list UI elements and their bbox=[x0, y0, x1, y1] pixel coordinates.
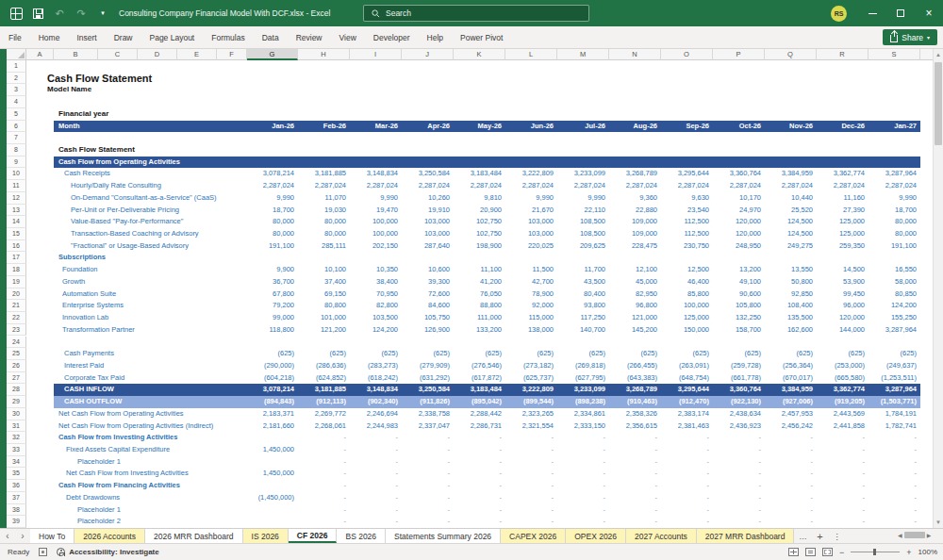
zoom-slider[interactable] bbox=[851, 552, 900, 552]
cell-O14[interactable]: 112,500 bbox=[661, 216, 713, 228]
save-icon[interactable] bbox=[31, 7, 44, 20]
cell-M35[interactable]: - bbox=[557, 468, 609, 480]
column-header-P[interactable]: P bbox=[713, 49, 765, 60]
cell-H13[interactable]: 19,030 bbox=[298, 205, 350, 217]
hscroll-left-icon[interactable]: ◀ bbox=[898, 532, 902, 538]
cell-M20[interactable]: 80,400 bbox=[557, 288, 609, 301]
cell-Q25[interactable]: (625) bbox=[765, 348, 817, 360]
cell-N13[interactable]: 22,880 bbox=[609, 205, 661, 217]
cell-K28[interactable]: 3,183,484 bbox=[454, 384, 505, 396]
cell-S39[interactable]: - bbox=[869, 516, 920, 528]
cell-Q28[interactable]: 3,384,959 bbox=[765, 384, 817, 396]
cell-O31[interactable]: 2,381,463 bbox=[661, 420, 713, 433]
cell-G18[interactable]: 9,900 bbox=[247, 264, 298, 276]
cell-K20[interactable]: 76,050 bbox=[454, 288, 505, 301]
cell-H22[interactable]: 101,000 bbox=[298, 312, 350, 324]
cell-K22[interactable]: 111,000 bbox=[454, 312, 505, 324]
cell-K35[interactable]: - bbox=[454, 468, 505, 480]
close-button[interactable]: × bbox=[915, 0, 943, 26]
cell-Q21[interactable]: 108,400 bbox=[765, 300, 817, 312]
ribbon-tab-formulas[interactable]: Formulas bbox=[203, 26, 253, 49]
cell-I16[interactable]: 202,150 bbox=[350, 240, 402, 253]
cell-I37[interactable]: - bbox=[350, 492, 402, 504]
cell-Q37[interactable]: - bbox=[765, 492, 817, 504]
cell-J31[interactable]: 2,337,047 bbox=[402, 420, 454, 433]
minimize-button[interactable] bbox=[858, 0, 886, 26]
hscroll-right-icon[interactable]: ▶ bbox=[927, 532, 932, 538]
cell-N14[interactable]: 109,000 bbox=[609, 216, 661, 228]
row-header-4[interactable]: 4 bbox=[7, 96, 26, 108]
cell-H31[interactable]: 2,268,061 bbox=[298, 420, 350, 433]
cell-R19[interactable]: 53,900 bbox=[817, 276, 869, 288]
cell-S21[interactable]: 124,200 bbox=[869, 300, 920, 312]
cell-O23[interactable]: 150,000 bbox=[661, 324, 713, 337]
cell-S27[interactable]: (1,253,511) bbox=[869, 372, 920, 385]
cell-O33[interactable]: - bbox=[661, 444, 713, 456]
cell-R33[interactable]: - bbox=[817, 444, 869, 456]
row-label[interactable]: On-Demand "Consultant-as-a-Service" (Caa… bbox=[71, 192, 217, 205]
cell-G33[interactable]: 1,450,000 bbox=[247, 444, 298, 456]
cell-P13[interactable]: 24,970 bbox=[713, 205, 765, 217]
sheet-tab-2027-accounts[interactable]: 2027 Accounts bbox=[626, 529, 697, 543]
cell-L30[interactable]: 2,323,265 bbox=[505, 408, 557, 420]
cell-S33[interactable]: - bbox=[869, 444, 920, 456]
cell-L36[interactable]: - bbox=[505, 480, 557, 492]
cell-P15[interactable]: 120,000 bbox=[713, 228, 765, 240]
cell-J6[interactable]: Apr-26 bbox=[402, 121, 454, 133]
cell-Q23[interactable]: 162,600 bbox=[765, 324, 817, 337]
cell-H23[interactable]: 121,200 bbox=[298, 324, 350, 337]
cell-K15[interactable]: 102,750 bbox=[454, 228, 505, 240]
cell-R36[interactable]: - bbox=[817, 480, 869, 492]
cell-Q31[interactable]: 2,456,242 bbox=[765, 420, 817, 433]
cell-J18[interactable]: 10,600 bbox=[402, 264, 454, 276]
column-header-F[interactable]: F bbox=[217, 49, 247, 60]
column-header-L[interactable]: L bbox=[505, 49, 557, 60]
cell-L12[interactable]: 9,990 bbox=[505, 192, 557, 205]
cell-P26[interactable]: (259,728) bbox=[713, 360, 765, 372]
cell-I33[interactable]: - bbox=[350, 444, 402, 456]
row-label[interactable]: CASH OUTFLOW bbox=[64, 396, 122, 408]
cell-G28[interactable]: 3,078,214 bbox=[247, 384, 298, 396]
cell-G16[interactable]: 191,100 bbox=[247, 240, 298, 253]
cell-R27[interactable]: (665,580) bbox=[817, 372, 869, 385]
vertical-scrollbar[interactable]: ▲ ▼ bbox=[933, 49, 943, 528]
cell-O35[interactable]: - bbox=[661, 468, 713, 480]
cell-Q36[interactable]: - bbox=[765, 480, 817, 492]
cell-K32[interactable]: - bbox=[454, 432, 505, 444]
cell-P33[interactable]: - bbox=[713, 444, 765, 456]
cell-H20[interactable]: 69,150 bbox=[298, 288, 350, 301]
cell-K16[interactable]: 198,900 bbox=[454, 240, 505, 253]
cell-O12[interactable]: 9,630 bbox=[661, 192, 713, 205]
cell-I27[interactable]: (618,242) bbox=[350, 372, 402, 385]
cell-P11[interactable]: 2,287,024 bbox=[713, 180, 765, 192]
cell-O28[interactable]: 3,295,644 bbox=[661, 384, 713, 396]
sheet-tab-is-2026[interactable]: IS 2026 bbox=[243, 529, 289, 543]
cell-Q6[interactable]: Nov-26 bbox=[765, 121, 817, 133]
cell-R38[interactable]: - bbox=[817, 504, 869, 517]
cell-M33[interactable]: - bbox=[557, 444, 609, 456]
cell-M22[interactable]: 117,250 bbox=[557, 312, 609, 324]
cell-L34[interactable]: - bbox=[505, 456, 557, 469]
cell-S36[interactable]: - bbox=[869, 480, 920, 492]
cell-O26[interactable]: (263,091) bbox=[661, 360, 713, 372]
cell-S13[interactable]: 18,700 bbox=[869, 205, 920, 217]
cell-I30[interactable]: 2,246,694 bbox=[350, 408, 402, 420]
cell-L37[interactable]: - bbox=[505, 492, 557, 504]
cell-H33[interactable]: - bbox=[298, 444, 350, 456]
cell-N38[interactable]: - bbox=[609, 504, 661, 517]
cell-G15[interactable]: 80,000 bbox=[247, 228, 298, 240]
cell-O39[interactable]: - bbox=[661, 516, 713, 528]
cell-N19[interactable]: 45,000 bbox=[609, 276, 661, 288]
cell-M25[interactable]: (625) bbox=[557, 348, 609, 360]
cell-N20[interactable]: 82,950 bbox=[609, 288, 661, 301]
cell-M27[interactable]: (627,795) bbox=[557, 372, 609, 385]
cell-O29[interactable]: (912,470) bbox=[661, 396, 713, 408]
sheet-tab-cf-2026[interactable]: CF 2026 bbox=[289, 529, 338, 543]
page-layout-view-icon[interactable] bbox=[805, 548, 816, 556]
macro-record-icon[interactable] bbox=[39, 548, 47, 556]
cell-N35[interactable]: - bbox=[609, 468, 661, 480]
row-label[interactable]: Month bbox=[58, 121, 80, 133]
cell-H21[interactable]: 80,800 bbox=[298, 300, 350, 312]
cell-H39[interactable]: - bbox=[298, 516, 350, 528]
cell-J36[interactable]: - bbox=[402, 480, 454, 492]
